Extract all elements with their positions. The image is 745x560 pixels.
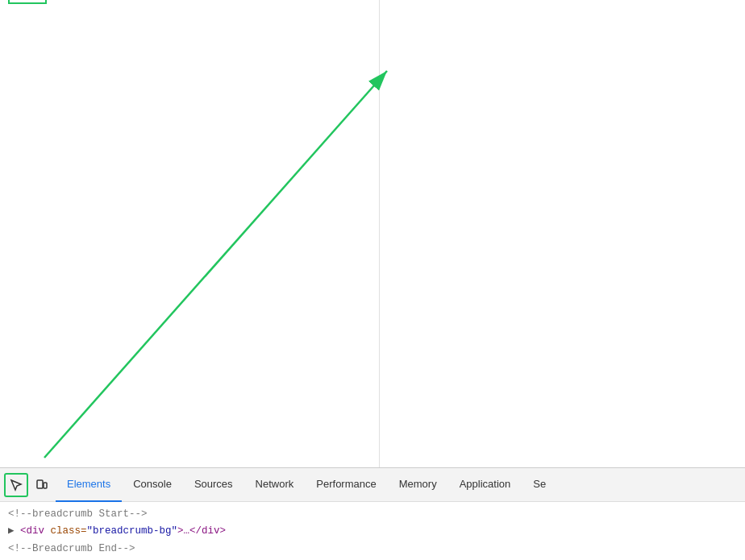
- code-line-3: <!--Breadcrumb End-->: [8, 541, 737, 558]
- devtools-tabs-bar: Elements Console Sources Network Perform…: [0, 468, 745, 502]
- svg-rect-3: [44, 483, 47, 488]
- svg-rect-2: [37, 480, 43, 488]
- inspect-element-button[interactable]: [4, 473, 28, 497]
- devtools-code-content: <!--breadcrumb Start--> ▶ <div class="br…: [0, 502, 745, 560]
- tab-elements[interactable]: Elements: [56, 468, 122, 502]
- device-toolbar-button[interactable]: [30, 473, 54, 497]
- tab-application[interactable]: Application: [448, 468, 522, 502]
- page-content: a.blog-title | 171.23 × 28.57 每天一张像素画 📅 …: [0, 0, 745, 467]
- tab-console[interactable]: Console: [122, 468, 183, 502]
- blog-area: a.blog-title | 171.23 × 28.57 每天一张像素画 📅 …: [379, 0, 745, 467]
- tab-se[interactable]: Se: [522, 468, 557, 502]
- tab-network[interactable]: Network: [244, 468, 306, 502]
- devtools-panel: Elements Console Sources Network Perform…: [0, 467, 745, 560]
- tab-performance[interactable]: Performance: [305, 468, 387, 502]
- tab-sources[interactable]: Sources: [183, 468, 244, 502]
- code-line-2[interactable]: ▶ <div class="breadcrumb-bg">…</div>: [8, 523, 737, 540]
- comment-breadcrumb-start: <!--breadcrumb Start-->: [8, 508, 148, 520]
- inspect-highlight-box: [8, 0, 47, 4]
- code-line-1: <!--breadcrumb Start-->: [8, 506, 737, 523]
- tab-memory[interactable]: Memory: [388, 468, 448, 502]
- comment-breadcrumb-end: <!--Breadcrumb End-->: [8, 543, 135, 554]
- svg-line-1: [44, 71, 387, 458]
